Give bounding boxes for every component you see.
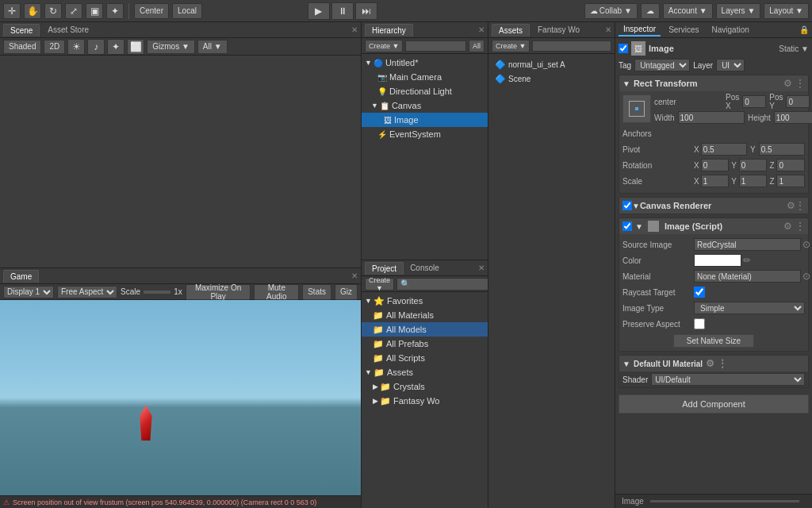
image-type-select[interactable]: Simple: [694, 302, 805, 314]
shader-select[interactable]: UI/Default: [651, 373, 805, 386]
layout-btn[interactable]: Layout ▼: [764, 3, 809, 19]
transform-tool-btn[interactable]: ✦: [106, 3, 124, 19]
assets-create-btn[interactable]: Create ▼: [492, 40, 530, 52]
project-create-btn[interactable]: Create ▼: [365, 278, 394, 291]
all-btn[interactable]: All ▼: [197, 40, 228, 54]
project-all-prefabs[interactable]: 📁 All Prefabs: [362, 337, 488, 351]
asset-store-tab[interactable]: Asset Store: [41, 24, 95, 36]
game-gizmos-btn[interactable]: Giz: [335, 284, 358, 300]
hierarchy-all-btn[interactable]: All: [469, 40, 485, 52]
pivot-x-input[interactable]: [701, 143, 747, 156]
stats-btn[interactable]: Stats: [302, 284, 331, 300]
static-toggle[interactable]: Static ▼: [779, 44, 809, 53]
scale-tool-btn[interactable]: ⤢: [65, 3, 82, 19]
project-favorites[interactable]: ▼ ⭐ Favorites: [362, 294, 488, 308]
asset-panel-close[interactable]: ✕: [605, 25, 611, 34]
bottom-slider[interactable]: [650, 500, 799, 502]
project-all-scripts[interactable]: 📁 All Scripts: [362, 351, 488, 365]
canvas-renderer-header[interactable]: ▼ Canvas Renderer ⚙ ⋮: [619, 198, 808, 214]
assets-search[interactable]: [532, 40, 611, 52]
settings-icon[interactable]: ⚙: [783, 78, 792, 89]
rect-transform-header[interactable]: ▼ Rect Transform ⚙ ⋮: [619, 75, 808, 91]
skybox-btn[interactable]: ⬜: [127, 39, 144, 55]
material-input[interactable]: [694, 270, 801, 283]
hierarchy-main-camera[interactable]: 📷 Main Camera: [362, 70, 488, 84]
preserve-aspect-checkbox[interactable]: [694, 318, 705, 329]
project-search-input[interactable]: [396, 278, 488, 291]
rotate-tool-btn[interactable]: ↻: [44, 3, 62, 19]
rot-z-input[interactable]: [776, 159, 805, 171]
default-mat-settings[interactable]: ⚙: [706, 358, 714, 369]
pause-btn[interactable]: ⏸: [331, 2, 354, 20]
default-mat-more[interactable]: ⋮: [718, 358, 727, 369]
fx-btn[interactable]: ✦: [107, 39, 124, 55]
canvas-settings-icon[interactable]: ⚙: [787, 200, 795, 211]
account-btn[interactable]: Account ▼: [663, 3, 713, 19]
rect-tool-btn[interactable]: ▣: [86, 3, 103, 19]
layers-btn[interactable]: Layers ▼: [716, 3, 761, 19]
rot-x-input[interactable]: [701, 159, 730, 171]
gizmos-btn[interactable]: Gizmos ▼: [147, 40, 195, 54]
shaded-btn[interactable]: Shaded: [3, 40, 41, 54]
source-image-input[interactable]: [694, 238, 801, 251]
more-options-icon[interactable]: ⋮: [795, 78, 805, 89]
scene-tab[interactable]: Scene: [3, 24, 40, 37]
scale-z-input[interactable]: [776, 175, 805, 187]
image-settings-icon[interactable]: ⚙: [783, 221, 792, 232]
width-input[interactable]: [678, 111, 745, 124]
image-script-header[interactable]: ▼ Image (Script) ⚙ ⋮: [619, 218, 808, 234]
assets-tab[interactable]: Assets: [492, 24, 530, 37]
canvas-more-icon[interactable]: ⋮: [795, 200, 805, 211]
aspect-select[interactable]: Free Aspect: [57, 286, 117, 298]
normal-ui-set[interactable]: 🔷 normal_ui_set A: [492, 57, 611, 71]
services-tab[interactable]: Services: [664, 24, 703, 36]
move-tool-btn[interactable]: ✛: [3, 3, 21, 19]
project-all-materials[interactable]: 📁 All Materials: [362, 308, 488, 322]
scene-item[interactable]: 🔷 Scene: [492, 71, 611, 86]
lights-btn[interactable]: ☀: [67, 39, 85, 55]
image-script-checkbox[interactable]: [622, 221, 632, 231]
hierarchy-image[interactable]: 🖼 Image: [362, 113, 488, 127]
material-picker[interactable]: ⊙: [802, 271, 810, 282]
pos-x-input[interactable]: [742, 95, 766, 108]
hierarchy-tab[interactable]: Hierarchy: [365, 24, 413, 37]
hierarchy-directional-light[interactable]: 💡 Directional Light: [362, 84, 488, 98]
navigation-tab[interactable]: Navigation: [707, 24, 754, 36]
object-enabled-checkbox[interactable]: [619, 44, 628, 53]
hierarchy-search[interactable]: [405, 40, 466, 52]
layer-select[interactable]: UI: [716, 59, 745, 71]
project-assets[interactable]: ▼ 📁 Assets: [362, 365, 488, 379]
step-btn[interactable]: ⏭: [355, 2, 377, 20]
maximize-play-btn[interactable]: Maximize On Play: [186, 284, 251, 300]
display-select[interactable]: Display 1: [3, 286, 54, 298]
scene-panel-close[interactable]: ✕: [351, 25, 358, 34]
height-input[interactable]: [774, 111, 812, 124]
play-btn[interactable]: ▶: [308, 2, 330, 20]
scale-slider[interactable]: [144, 291, 170, 294]
color-picker[interactable]: ✏: [743, 255, 751, 266]
pivot-y-input[interactable]: [759, 143, 805, 156]
inspector-lock[interactable]: 🔒: [799, 25, 809, 34]
add-component-btn[interactable]: Add Component: [619, 394, 809, 414]
rot-y-input[interactable]: [739, 159, 768, 171]
scale-y-input[interactable]: [739, 175, 768, 187]
local-btn[interactable]: Local: [172, 3, 202, 19]
game-tab[interactable]: Game: [3, 270, 39, 283]
game-content[interactable]: [0, 300, 361, 495]
tag-select[interactable]: Untagged: [634, 59, 690, 71]
project-fantasy-wo[interactable]: ▶ 📁 Fantasy Wo: [362, 394, 488, 408]
center-btn[interactable]: Center: [134, 3, 169, 19]
canvas-renderer-checkbox[interactable]: [622, 201, 632, 210]
2d-btn[interactable]: 2D: [44, 40, 65, 54]
hand-tool-btn[interactable]: ✋: [24, 3, 41, 19]
anchor-widget[interactable]: [622, 94, 651, 123]
image-more-icon[interactable]: ⋮: [795, 221, 805, 232]
console-tab[interactable]: Console: [404, 262, 446, 274]
default-material-header[interactable]: ▼ Default UI Material ⚙ ⋮: [619, 356, 808, 371]
game-panel-close[interactable]: ✕: [351, 271, 358, 280]
scale-x-input[interactable]: [701, 175, 730, 187]
inspector-tab[interactable]: Inspector: [619, 23, 661, 37]
project-tab[interactable]: Project: [365, 262, 404, 275]
cloud-btn[interactable]: ☁: [641, 3, 660, 19]
project-crystals[interactable]: ▶ 📁 Crystals: [362, 379, 488, 394]
